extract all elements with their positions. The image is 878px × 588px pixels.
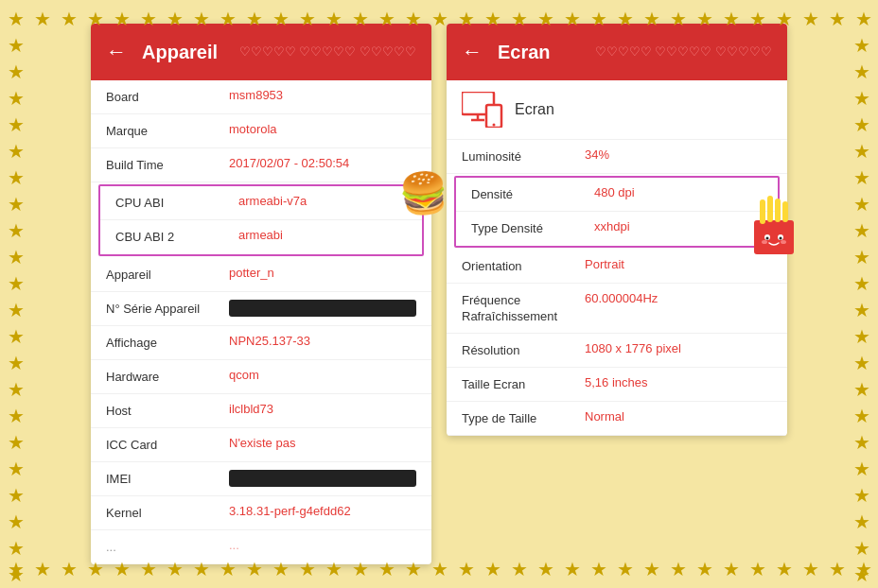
row-value: 2017/02/07 - 02:50:54	[229, 156, 416, 170]
ecran-hearts: ♡♡♡♡♡ ♡♡♡♡♡ ♡♡♡♡♡	[595, 43, 772, 61]
table-row: CPU ABI armeabi-v7a	[100, 186, 422, 220]
row-label: CBU ABI 2	[115, 228, 238, 244]
row-value: potter_n	[229, 266, 416, 280]
row-value-redacted	[229, 300, 416, 317]
row-value: armeabi	[238, 228, 407, 242]
row-value-redacted	[229, 470, 416, 487]
appareil-content: Board msm8953 Marque motorola Build Time…	[91, 80, 431, 564]
row-label: Type Densité	[471, 219, 594, 235]
ecran-icon-label: Ecran	[515, 101, 772, 118]
row-label: Appareil	[106, 266, 229, 282]
row-label: IMEI	[106, 470, 229, 486]
table-row: Marque motorola	[91, 114, 431, 148]
burger-decoration: 🍔	[397, 168, 450, 218]
ecran-content: Ecran Luminosité 34% Densité 480 dpi Typ…	[447, 80, 787, 436]
table-row: Orientation Portrait	[447, 250, 787, 284]
table-row: Kernel 3.18.31-perf-g4efdd62	[91, 496, 431, 530]
row-label: Résolution	[462, 341, 585, 357]
ecran-header: ← Ecran ♡♡♡♡♡ ♡♡♡♡♡ ♡♡♡♡♡	[447, 24, 787, 80]
row-label: Affichage	[106, 334, 229, 350]
table-row: N° Série Appareil	[91, 292, 431, 326]
row-value: motorola	[229, 122, 416, 136]
table-row: IMEI	[91, 462, 431, 496]
row-value: 60.000004Hz	[585, 291, 772, 305]
fries-decoration	[746, 194, 801, 266]
panel-ecran-wrapper: ← Ecran ♡♡♡♡♡ ♡♡♡♡♡ ♡♡♡♡♡	[447, 24, 787, 564]
table-row: Appareil potter_n	[91, 258, 431, 292]
table-row: Build Time 2017/02/07 - 02:50:54	[91, 148, 431, 182]
row-value: ...	[229, 538, 416, 552]
row-value: N'existe pas	[229, 436, 416, 450]
table-row: Affichage NPN25.137-33	[91, 326, 431, 360]
row-label: Densité	[471, 185, 594, 201]
svg-rect-15	[782, 201, 788, 222]
row-value: ilclbld73	[229, 402, 416, 416]
row-label: Kernel	[106, 504, 229, 520]
appareil-back-button[interactable]: ←	[106, 40, 127, 64]
ecran-icon-row: Ecran	[447, 80, 787, 140]
row-label: Taille Ecran	[462, 375, 585, 391]
row-value: NPN25.137-33	[229, 334, 416, 348]
table-row: Type Densité xxhdpi	[456, 212, 778, 246]
panels-container: ← Appareil ♡♡♡♡♡ ♡♡♡♡♡ ♡♡♡♡♡ Board msm89…	[72, 5, 806, 583]
table-row: Résolution 1080 x 1776 pixel	[447, 334, 787, 368]
table-row: Board msm8953	[91, 80, 431, 114]
row-value: qcom	[229, 368, 416, 382]
table-row: Hardware qcom	[91, 360, 431, 394]
row-value: 5,16 inches	[585, 375, 772, 389]
table-row: Taille Ecran 5,16 inches	[447, 368, 787, 402]
row-label: Luminosité	[462, 147, 585, 164]
row-value: msm8953	[229, 88, 416, 102]
svg-rect-14	[775, 199, 781, 222]
monitor-icon	[462, 92, 503, 128]
row-label: Marque	[106, 122, 229, 138]
appareil-hearts: ♡♡♡♡♡ ♡♡♡♡♡ ♡♡♡♡♡	[239, 43, 416, 61]
svg-point-11	[781, 240, 786, 244]
row-value: Portrait	[585, 257, 772, 271]
svg-point-4	[493, 124, 496, 127]
highlighted-section-appareil: CPU ABI armeabi-v7a CBU ABI 2 armeabi	[98, 184, 424, 256]
ecran-title: Ecran	[498, 42, 595, 63]
row-label: ...	[106, 538, 229, 554]
table-row: Host ilclbld73	[91, 394, 431, 428]
table-row: Fréquence Rafraîchissement 60.000004Hz	[447, 284, 787, 334]
svg-rect-12	[760, 199, 765, 224]
table-row: ICC Card N'existe pas	[91, 428, 431, 462]
row-value: armeabi-v7a	[238, 194, 407, 208]
table-row: Densité 480 dpi	[456, 178, 778, 212]
ecran-back-button[interactable]: ←	[462, 40, 483, 64]
table-row: Type de Taille Normal	[447, 402, 787, 436]
row-value: 34%	[585, 147, 772, 162]
table-row: Luminosité 34%	[447, 140, 787, 174]
row-value: 3.18.31-perf-g4efdd62	[229, 504, 416, 518]
panel-appareil: ← Appareil ♡♡♡♡♡ ♡♡♡♡♡ ♡♡♡♡♡ Board msm89…	[91, 24, 431, 564]
appareil-title: Appareil	[142, 42, 239, 63]
svg-point-8	[766, 237, 769, 240]
row-label: N° Série Appareil	[106, 300, 229, 316]
row-label: CPU ABI	[115, 194, 238, 210]
highlighted-section-ecran: Densité 480 dpi Type Densité xxhdpi	[454, 176, 780, 248]
table-row: ... ...	[91, 530, 431, 564]
row-value: 480 dpi	[594, 185, 763, 199]
row-label: Build Time	[106, 156, 229, 172]
row-label: Hardware	[106, 368, 229, 384]
row-label: Board	[106, 88, 229, 104]
row-label: Orientation	[462, 257, 585, 273]
row-label: ICC Card	[106, 436, 229, 452]
row-value: 1080 x 1776 pixel	[585, 341, 772, 355]
svg-point-10	[762, 240, 767, 244]
row-label: Fréquence Rafraîchissement	[462, 291, 585, 325]
row-label: Type de Taille	[462, 409, 585, 425]
row-label: Host	[106, 402, 229, 418]
svg-rect-13	[767, 196, 773, 222]
panel-ecran: ← Ecran ♡♡♡♡♡ ♡♡♡♡♡ ♡♡♡♡♡	[447, 24, 787, 436]
row-value: Normal	[585, 409, 772, 424]
appareil-header: ← Appareil ♡♡♡♡♡ ♡♡♡♡♡ ♡♡♡♡♡	[91, 24, 431, 80]
svg-rect-5	[754, 220, 794, 254]
svg-point-9	[780, 237, 782, 240]
panel-appareil-wrapper: ← Appareil ♡♡♡♡♡ ♡♡♡♡♡ ♡♡♡♡♡ Board msm89…	[91, 24, 431, 564]
row-value: xxhdpi	[594, 219, 763, 233]
table-row: CBU ABI 2 armeabi	[100, 220, 422, 254]
